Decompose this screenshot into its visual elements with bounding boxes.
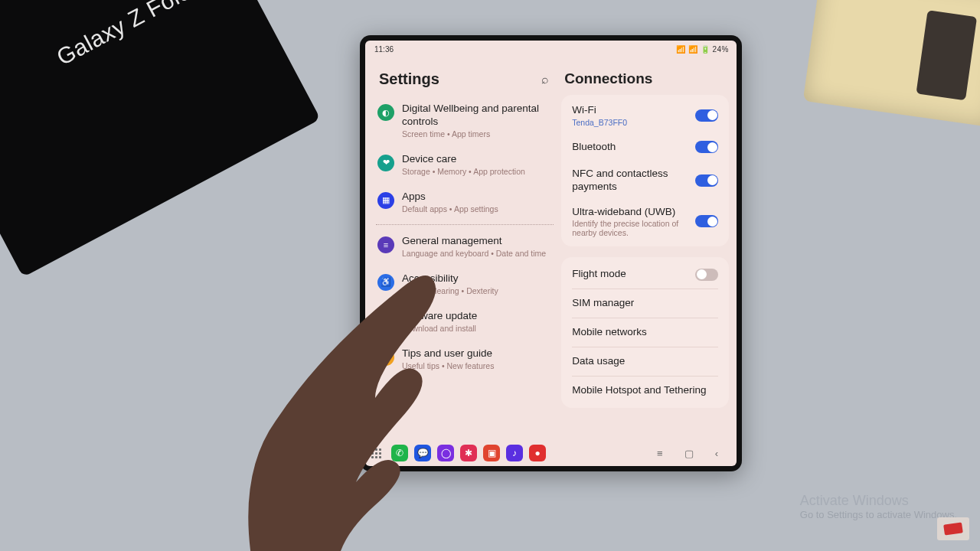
app-drawer-icon[interactable] xyxy=(371,448,384,458)
connections-row[interactable]: Mobile Hotspot and Tethering xyxy=(561,377,729,405)
settings-item[interactable]: ▦ Apps Default apps • App settings xyxy=(376,184,554,221)
settings-item-title: Device care xyxy=(402,153,525,166)
settings-item-title: Accessibility xyxy=(402,272,498,285)
taskbar-app-icon[interactable]: ✱ xyxy=(460,445,477,461)
nav-back-icon[interactable]: ‹ xyxy=(715,448,718,459)
taskbar-app-icon[interactable]: ◯ xyxy=(437,445,454,461)
status-battery: 📶 📶 🔋 24% xyxy=(676,45,729,54)
settings-item-title: Tips and user guide xyxy=(402,347,494,360)
taskbar-app-icon[interactable]: 💬 xyxy=(414,445,431,461)
bluetooth-row[interactable]: Bluetooth xyxy=(561,133,729,161)
settings-item-sub: Useful tips • New features xyxy=(402,361,494,371)
settings-item-icon: ❤ xyxy=(377,155,394,171)
flight-mode-toggle[interactable] xyxy=(695,269,718,281)
settings-title: Settings xyxy=(379,70,439,88)
taskbar-app-icon[interactable]: ♪ xyxy=(506,445,523,461)
connections-pane: Connections Wi-Fi Tenda_B73FF0 Bluetooth xyxy=(557,55,737,440)
wifi-sub: Tenda_B73FF0 xyxy=(572,118,689,127)
uwb-toggle[interactable] xyxy=(695,215,718,227)
flight-mode-row[interactable]: Flight mode xyxy=(561,260,729,289)
search-icon[interactable]: ⌕ xyxy=(541,73,549,86)
settings-item-title: Software update xyxy=(402,310,477,323)
taskbar-app-icon[interactable]: ✆ xyxy=(391,445,408,461)
settings-item-sub: Screen time • App timers xyxy=(402,129,552,139)
taskbar: ✆💬◯✱▣♪● ≡ ▢ ‹ xyxy=(365,440,737,466)
settings-item-sub: Vision • Hearing • Dexterity xyxy=(402,286,498,296)
product-box-label: Galaxy Z Fold6 xyxy=(53,0,207,70)
settings-item-sub: Default apps • App settings xyxy=(402,204,498,214)
flight-mode-label: Flight mode xyxy=(572,268,689,281)
connections-card-more: Flight mode SIM managerMobile networksDa… xyxy=(561,257,729,407)
connections-row[interactable]: Data usage xyxy=(561,347,729,376)
corner-logo xyxy=(937,517,969,540)
uwb-label: Ultra-wideband (UWB) xyxy=(572,206,689,219)
bluetooth-label: Bluetooth xyxy=(572,141,689,154)
settings-item-sub: Language and keyboard • Date and time xyxy=(402,249,546,259)
settings-item[interactable]: ≡ General management Language and keyboa… xyxy=(376,228,554,266)
activate-windows-watermark: Activate Windows Go to Settings to activ… xyxy=(800,493,957,520)
settings-item[interactable]: ♿ Accessibility Vision • Hearing • Dexte… xyxy=(376,266,554,303)
connections-row-label: Mobile Hotspot and Tethering xyxy=(572,384,712,397)
tablet-screen: 11:36 📶 📶 🔋 24% Settings ⌕ ◐ Digital Wel… xyxy=(365,41,737,466)
wifi-row[interactable]: Wi-Fi Tenda_B73FF0 xyxy=(561,98,729,133)
uwb-sub: Identify the precise location of nearby … xyxy=(572,219,689,237)
wifi-label: Wi-Fi xyxy=(572,104,689,117)
settings-item-sub: Download and install xyxy=(402,324,477,334)
taskbar-app-icon[interactable]: ● xyxy=(529,445,546,461)
nfc-toggle[interactable] xyxy=(695,174,718,187)
settings-item-title: Digital Wellbeing and parental controls xyxy=(402,103,552,129)
nav-home-icon[interactable]: ▢ xyxy=(684,448,694,459)
settings-item[interactable]: ⬇ Software update Download and install xyxy=(376,303,554,341)
settings-item-icon: ⬇ xyxy=(377,311,394,328)
wooden-block xyxy=(803,0,980,128)
connections-row-label: Mobile networks xyxy=(572,326,712,339)
settings-item[interactable]: ◐ Digital Wellbeing and parental control… xyxy=(376,96,554,146)
taskbar-apps: ✆💬◯✱▣♪● xyxy=(391,445,546,461)
nav-recents-icon[interactable]: ≡ xyxy=(657,448,663,459)
connections-title: Connections xyxy=(564,70,652,87)
settings-item-icon: ! xyxy=(377,349,394,366)
connections-row[interactable]: Mobile networks xyxy=(561,318,729,347)
settings-pane: Settings ⌕ ◐ Digital Wellbeing and paren… xyxy=(365,55,557,440)
uwb-row[interactable]: Ultra-wideband (UWB) Identify the precis… xyxy=(561,200,729,244)
status-time: 11:36 xyxy=(374,45,394,54)
status-bar: 11:36 📶 📶 🔋 24% xyxy=(365,41,737,55)
settings-item-icon: ≡ xyxy=(377,236,394,253)
connections-row[interactable]: SIM manager xyxy=(561,289,729,318)
taskbar-app-icon[interactable]: ▣ xyxy=(483,445,500,461)
connections-row-label: SIM manager xyxy=(572,297,712,310)
tablet-device: 11:36 📶 📶 🔋 24% Settings ⌕ ◐ Digital Wel… xyxy=(360,35,742,471)
product-box: Galaxy Z Fold6 xyxy=(0,0,321,277)
settings-item-sub: Storage • Memory • App protection xyxy=(402,167,525,177)
settings-item-icon: ◐ xyxy=(377,104,394,121)
settings-item-icon: ♿ xyxy=(377,274,394,291)
settings-list: ◐ Digital Wellbeing and parental control… xyxy=(376,96,554,440)
settings-item-icon: ▦ xyxy=(377,192,394,209)
bluetooth-toggle[interactable] xyxy=(695,141,718,153)
wifi-toggle[interactable] xyxy=(695,109,718,122)
settings-item[interactable]: ❤ Device care Storage • Memory • App pro… xyxy=(376,146,554,184)
connections-row-label: Data usage xyxy=(572,355,712,368)
connections-card-toggles: Wi-Fi Tenda_B73FF0 Bluetooth NFC a xyxy=(561,95,729,246)
settings-item-title: Apps xyxy=(402,191,498,204)
nfc-row[interactable]: NFC and contactless payments xyxy=(561,161,729,200)
settings-item[interactable]: ! Tips and user guide Useful tips • New … xyxy=(376,341,554,378)
nfc-label: NFC and contactless payments xyxy=(572,168,689,194)
settings-item-title: General management xyxy=(402,235,546,248)
